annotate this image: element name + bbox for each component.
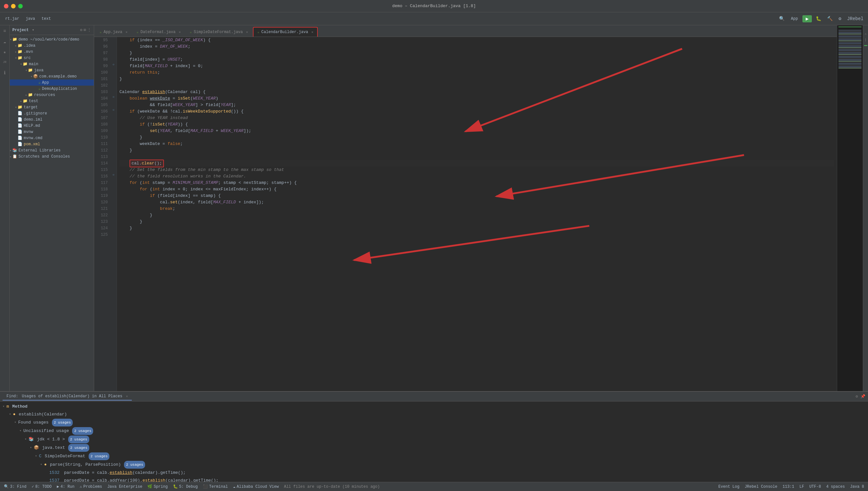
main-layout: ≡ ☁ ★ JR ℹ Project ▾ ⚙ ⊞ ⋮ ▾ 📁 demo ~/so… [0, 25, 868, 391]
minimize-button[interactable] [11, 4, 16, 8]
toolbar-text[interactable]: text [39, 16, 54, 22]
find-line1537[interactable]: ▸ 1537 parsedDate = calb.addYear(100).es… [3, 477, 865, 482]
tree-item-main[interactable]: ▾ 📁 main [10, 61, 94, 67]
tree-item-help[interactable]: ▸ 📄 HELP.md [10, 123, 94, 129]
find-unclassified-item[interactable]: ▾ Unclassified usage 2 usages [3, 427, 865, 435]
code-line: field[MAX_FIELD + index] = 0; [119, 63, 834, 69]
pin-icon[interactable]: 📌 [861, 394, 865, 399]
toolbar-java[interactable]: java [23, 16, 38, 22]
tree-item-resources[interactable]: ▸ 📁 resources [10, 92, 94, 98]
run-config-selector[interactable]: App [788, 16, 801, 22]
java-version-status[interactable]: Java 8 [850, 485, 864, 489]
right-gutter-item[interactable]: ⚠ [864, 32, 866, 36]
tree-item-idea[interactable]: ▸ 📁 .idea [10, 42, 94, 49]
cloud-status[interactable]: ☁ Alibaba Cloud View [233, 484, 279, 489]
find-jdk-item[interactable]: ▾ 📚 jdk < 1.8 > 2 usages [3, 435, 865, 444]
find-line1532[interactable]: ▸ 1532 parsedDate = calb.establish(calen… [3, 469, 865, 477]
panel-layout-icon[interactable]: ⊞ [84, 28, 86, 32]
bottom-panel: Find: Usages of establish(Calendar) in A… [0, 391, 868, 482]
line-col-status[interactable]: 113:1 [783, 485, 794, 489]
find-sdf-label: SimpleDateFormat [45, 453, 85, 460]
code-line: if (index == _ISO_DAY_OF_WEEK) { [119, 37, 834, 44]
find-method-item[interactable]: ▾ m Method [3, 403, 865, 411]
terminal-status[interactable]: ⬛ Terminal [203, 484, 228, 489]
code-line: for (int stamp = MINIMUM_USER_STAMP; sta… [119, 180, 834, 186]
code-line: } [119, 212, 834, 219]
find-javatext-item[interactable]: ▾ 📦 java.text 2 usages [3, 444, 865, 452]
tree-item-extlibs[interactable]: ▸ 📚 External Libraries [10, 147, 94, 153]
settings-icon[interactable]: ⚙ [837, 15, 843, 23]
tree-item-pom[interactable]: ▸ 📄 pom.xml [10, 141, 94, 147]
tab-dateformat[interactable]: ☕ DateFormat.java ✕ [132, 27, 185, 37]
tree-item-src[interactable]: ▾ 📁 src [10, 55, 94, 61]
tab-app[interactable]: ☕ App.java ✕ [96, 27, 132, 37]
code-line: // Set the fields from the min stamp to … [119, 167, 834, 173]
tree-item-scratches[interactable]: ▸ 📋 Scratches and Consoles [10, 153, 94, 160]
find-tab[interactable]: Find: Usages of establish(Calendar) in A… [3, 393, 132, 401]
right-gutter-item[interactable]: | [864, 38, 866, 42]
panel-gear-icon[interactable]: ⚙ [80, 28, 82, 32]
find-found-item[interactable]: ▾ Found usages 2 usages [3, 418, 865, 427]
settings-icon[interactable]: ⚙ [856, 394, 858, 399]
debug-button[interactable]: 🐛 [814, 15, 823, 23]
tree-root[interactable]: ▾ 📁 demo ~/soul/work/code/demo [10, 36, 94, 42]
panel-settings-icon[interactable]: ⋮ [87, 28, 91, 32]
javatext-count-badge: 2 usages [68, 444, 89, 452]
tab-close-icon[interactable]: ✕ [246, 30, 248, 34]
tree-label: .mvn [24, 50, 33, 54]
code-line [119, 82, 834, 89]
tree-label: com.example.demo [39, 74, 77, 79]
window-controls[interactable] [4, 4, 23, 8]
find-status[interactable]: 🔍 3: Find [4, 484, 26, 489]
close-button[interactable] [4, 4, 8, 8]
find-establish-item[interactable]: ▾ ● establish(Calendar) [3, 411, 865, 418]
toolbar-rtjar[interactable]: rt.jar [3, 16, 22, 22]
tab-calendarbuilder[interactable]: ☕ CalendarBuilder.java ✕ [253, 27, 318, 37]
spaces-status[interactable]: 4 spaces [826, 485, 845, 489]
find-parse-item[interactable]: ▾ ● parse(String, ParsePosition) 2 usage… [3, 461, 865, 469]
tree-item-app[interactable]: ▸ ☕ App [10, 80, 94, 86]
tree-label: HELP.md [24, 123, 40, 128]
run-status[interactable]: ▶ 4: Run [57, 484, 74, 489]
gutter: ○ ○ ○ ○ [110, 37, 117, 391]
lf-status[interactable]: LF [799, 485, 804, 489]
tree-item-iml[interactable]: ▸ 📄 demo.iml [10, 116, 94, 123]
jrebel-side-icon[interactable]: JR [1, 58, 9, 66]
maximize-button[interactable] [18, 4, 23, 8]
tab-close-icon[interactable]: ✕ [311, 30, 313, 34]
debug-status[interactable]: 🐛 5: Debug [173, 484, 198, 489]
tree-item-test[interactable]: ▸ 📁 test [10, 98, 94, 104]
tree-item-mvn[interactable]: ▸ 📁 .mvn [10, 49, 94, 55]
jrebel-status[interactable]: JRebel Console [744, 485, 778, 489]
cloud-icon[interactable]: ☁ [1, 38, 9, 46]
tree-item-package[interactable]: ▾ 📦 com.example.demo [10, 73, 94, 80]
tree-item-java[interactable]: ▾ 📁 java [10, 67, 94, 73]
tree-item-target[interactable]: ▾ 📁 target [10, 104, 94, 110]
encoding-status[interactable]: UTF-8 [809, 485, 821, 489]
tab-close-icon[interactable]: ✕ [126, 30, 128, 34]
code-content[interactable]: if (index == _ISO_DAY_OF_WEEK) { index =… [117, 37, 837, 391]
build-button[interactable]: 🔨 [825, 15, 835, 23]
find-sdf-item[interactable]: ▾ C SimpleDateFormat 2 usages [3, 452, 865, 461]
find-line1537-content: parsedDate = calb.addYear(100).establish… [64, 477, 218, 482]
info-icon[interactable]: ℹ [1, 69, 9, 77]
java-enterprise-status[interactable]: Java Enterprise [107, 485, 142, 489]
run-button[interactable]: ▶ [803, 15, 812, 22]
find-tab-close[interactable]: ✕ [126, 395, 128, 398]
jrebel-icon[interactable]: JRebel [845, 15, 865, 23]
search-everywhere-icon[interactable]: 🔍 [777, 15, 787, 23]
problems-status[interactable]: ⚠ Problems [80, 484, 102, 489]
tree-item-mvnwcmd[interactable]: ▸ 📄 mvnw.cmd [10, 135, 94, 141]
tab-simpledateformat[interactable]: ☕ SimpleDateFormat.java ✕ [186, 27, 252, 37]
tree-item-mvnw[interactable]: ▸ 📄 mvnw [10, 129, 94, 135]
tab-close-icon[interactable]: ✕ [179, 30, 181, 34]
todo-status[interactable]: ✓ 8: TODO [31, 484, 52, 489]
spring-status[interactable]: 🌿 Spring [147, 484, 167, 489]
tree-item-demoapplication[interactable]: ▸ ☕ DemoApplication [10, 86, 94, 92]
found-count-badge: 2 usages [52, 419, 73, 427]
panel-icons: ⚙ ⊞ ⋮ [80, 28, 91, 32]
event-log-status[interactable]: Event Log [718, 485, 739, 489]
favorites-icon[interactable]: ★ [1, 48, 9, 56]
tree-item-gitignore[interactable]: ▸ 📄 .gitignore [10, 110, 94, 116]
structure-icon[interactable]: ≡ [1, 27, 9, 35]
